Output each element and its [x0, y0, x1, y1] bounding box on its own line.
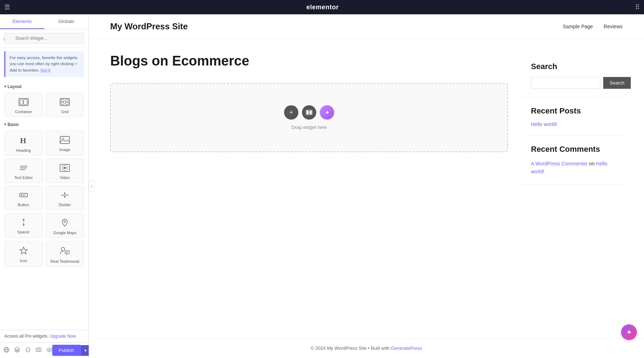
ai-magic-button[interactable]: ✦: [320, 105, 334, 120]
svg-text:H: H: [20, 136, 26, 145]
basic-arrow-icon: ▾: [4, 122, 6, 126]
tab-elements[interactable]: Elements: [0, 14, 44, 29]
search-input[interactable]: [4, 33, 84, 44]
google-maps-icon: [60, 218, 70, 228]
elementor-logo: elementor: [14, 4, 631, 11]
grid-icon-widget: [60, 98, 70, 107]
upgrade-text: Access all Pro widgets.: [4, 334, 48, 339]
search-widget-button[interactable]: Search: [603, 77, 631, 89]
nav-links: Sample Page Reviews: [563, 24, 623, 29]
footer-copy: © 2024 My WordPress Site • Built with: [311, 345, 390, 351]
structure-icon[interactable]: [4, 347, 9, 354]
widgets-list: ▾ Layout Container: [0, 81, 88, 330]
svg-marker-25: [23, 224, 25, 226]
real-testimonial-icon: [59, 246, 70, 257]
responsive-icon[interactable]: [36, 347, 42, 354]
collapse-panel-button[interactable]: ‹: [89, 180, 94, 192]
recent-posts-widget: Recent Posts Hello world!: [522, 98, 623, 136]
svg-rect-9: [60, 136, 69, 144]
video-icon: [60, 164, 70, 173]
upgrade-link[interactable]: Upgrade Now: [50, 334, 76, 339]
tab-globals[interactable]: Globals: [44, 14, 89, 29]
page-title: Blogs on Ecommerce: [110, 53, 508, 69]
svg-point-19: [21, 194, 22, 195]
sidebar: Search Search Recent Posts Hello world! …: [522, 53, 623, 324]
nav-reviews[interactable]: Reviews: [604, 24, 623, 29]
layers-icon[interactable]: [14, 347, 20, 354]
svg-marker-24: [23, 219, 25, 220]
widget-divider[interactable]: Divider: [46, 186, 84, 210]
preview-icon[interactable]: [47, 347, 52, 354]
tip-got-it-link[interactable]: Got it: [40, 68, 50, 72]
widget-heading[interactable]: H Heading: [4, 131, 43, 156]
svg-rect-1: [20, 100, 23, 105]
widget-real-testimonial[interactable]: Real Testimonial: [46, 241, 84, 267]
bottom-toolbar: Publish ▾: [0, 342, 88, 358]
svg-rect-2: [24, 100, 27, 105]
site-preview: My WordPress Site Sample Page Reviews Bl…: [89, 14, 644, 358]
icon-label: Icon: [20, 258, 27, 263]
recent-posts-title: Recent Posts: [531, 106, 614, 116]
widget-image[interactable]: Image: [46, 131, 84, 156]
comments-text: A WordPress Commenter on Hello world!: [531, 160, 614, 176]
image-label: Image: [59, 147, 70, 152]
drop-zone-label: Drag widget here: [292, 125, 327, 130]
svg-rect-4: [61, 100, 64, 102]
search-widget-form: Search: [531, 77, 614, 89]
drop-zone-controls: + ✦: [284, 105, 334, 120]
preview-content: Blogs on Ecommerce +: [89, 39, 644, 338]
widget-google-maps[interactable]: Google Maps: [46, 213, 84, 238]
svg-rect-36: [38, 349, 40, 351]
heading-icon: H: [19, 136, 29, 146]
divider-icon: [60, 191, 70, 200]
widget-text-editor[interactable]: Text Editor: [4, 159, 43, 183]
drop-zone[interactable]: + ✦ Drag widget here: [110, 83, 508, 152]
widget-button[interactable]: Button: [4, 186, 43, 210]
footer-generatepress-link[interactable]: GeneratePress: [391, 345, 422, 351]
hamburger-icon[interactable]: ☰: [4, 3, 10, 11]
widget-spacer[interactable]: Spacer: [4, 213, 43, 238]
svg-point-28: [61, 247, 65, 251]
add-section-button[interactable]: +: [284, 105, 298, 120]
container-label: Container: [15, 110, 32, 114]
grid-icon[interactable]: ⠿: [635, 3, 640, 11]
svg-marker-27: [20, 247, 27, 254]
svg-point-26: [64, 221, 66, 222]
image-icon: [60, 136, 70, 145]
preview-header: My WordPress Site Sample Page Reviews: [89, 14, 644, 39]
grid-label: Grid: [61, 110, 69, 114]
search-widget-input[interactable]: [531, 77, 600, 89]
publish-button[interactable]: Publish: [52, 345, 80, 356]
spacer-icon: [19, 218, 29, 228]
main-layout: Elements Globals For easy access, favori…: [0, 14, 644, 358]
upgrade-bar: Access all Pro widgets. Upgrade Now: [0, 330, 88, 342]
comment-on-text: on: [589, 161, 596, 166]
panel-tabs: Elements Globals: [0, 14, 88, 29]
text-editor-label: Text Editor: [14, 175, 33, 180]
search-widget: Search Search: [522, 53, 623, 98]
svg-rect-41: [309, 111, 312, 114]
layout-section-title: ▾ Layout: [4, 84, 84, 89]
elementor-logo-text: elementor: [306, 4, 339, 11]
widget-video[interactable]: Video: [46, 159, 84, 183]
svg-rect-5: [65, 100, 68, 102]
text-editor-icon: [19, 164, 29, 173]
widget-icon[interactable]: Icon: [4, 241, 43, 267]
layout-arrow-icon: ▾: [4, 84, 6, 88]
container-icon: [19, 98, 29, 107]
svg-marker-22: [64, 196, 65, 198]
widget-container[interactable]: Container: [4, 93, 43, 117]
history-icon[interactable]: [25, 347, 31, 354]
nav-sample-page[interactable]: Sample Page: [563, 24, 593, 29]
svg-rect-6: [61, 102, 64, 105]
svg-point-38: [49, 349, 50, 350]
commenter-link[interactable]: A WordPress Commenter: [531, 161, 587, 166]
layout-button[interactable]: [302, 105, 316, 120]
footer-text: © 2024 My WordPress Site • Built with Ge…: [89, 338, 644, 358]
ai-icon-button[interactable]: ✦: [621, 324, 637, 340]
top-bar: ☰ elementor ⠿: [0, 0, 644, 14]
recent-post-hello-world[interactable]: Hello world!: [531, 121, 614, 127]
widget-search-container: [0, 29, 88, 48]
button-label: Button: [18, 203, 29, 207]
widget-grid[interactable]: Grid: [46, 93, 84, 117]
